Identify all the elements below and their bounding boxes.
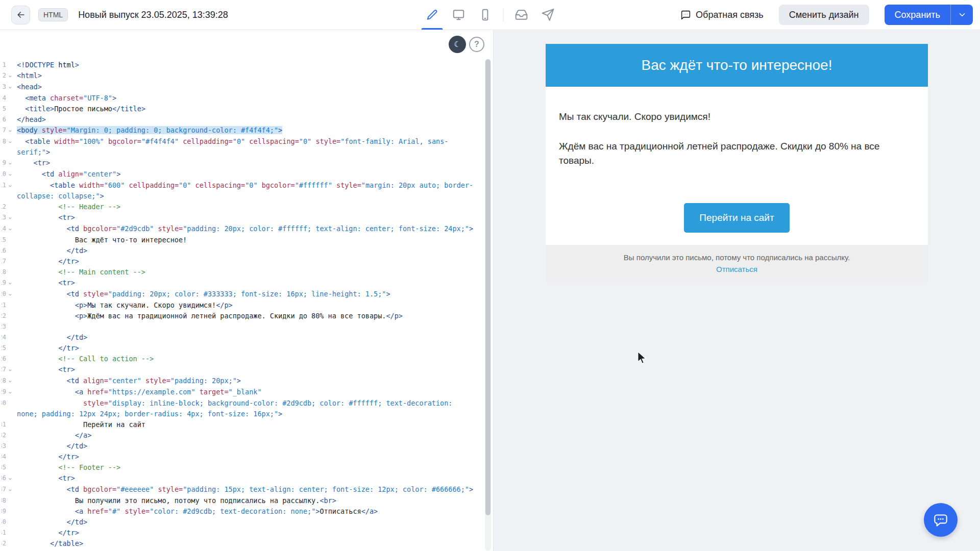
code-line[interactable]: 37› <td bgcolor="#eeeeee" style="padding… (0, 484, 475, 495)
code-line[interactable]: 16 </td> (0, 245, 475, 256)
code-line[interactable]: 8› <table width="100%" bgcolor="#f4f4f4"… (0, 136, 475, 158)
fold-chevron-icon[interactable]: › (6, 169, 14, 180)
fold-chevron-icon[interactable]: › (6, 278, 14, 289)
code-line[interactable]: 39 <a href="#" style="color: #2d9cdb; te… (0, 506, 475, 517)
unsubscribe-link[interactable]: Отписаться (716, 265, 757, 273)
save-dropdown-button[interactable] (950, 5, 973, 25)
code-line[interactable]: 10› <td align="center"> (0, 169, 475, 180)
code-line[interactable]: 2›<html> (0, 70, 475, 82)
code-line[interactable]: 38 Вы получили это письмо, потому что по… (0, 495, 475, 506)
code-line[interactable]: 36› <tr> (0, 473, 475, 484)
fold-chevron-icon[interactable]: › (6, 125, 14, 136)
mobile-preview-button[interactable] (477, 6, 494, 23)
gutter: 9› (0, 158, 17, 169)
fold-chevron-icon[interactable]: › (6, 473, 14, 484)
code-line[interactable]: 41 </tr> (0, 528, 475, 538)
code-line[interactable]: 35 <!-- Footer --> (0, 462, 475, 473)
code-line[interactable]: 11› <table width="600" cellpadding="0" c… (0, 180, 475, 202)
code-text: <td style="padding: 20px; color: #333333… (17, 289, 475, 299)
monitor-icon (452, 8, 465, 21)
gutter: 22 (0, 311, 17, 321)
fold-chevron-icon[interactable]: › (6, 484, 14, 495)
code-line[interactable]: 13› <tr> (0, 212, 475, 223)
code-line[interactable]: 42 </table> (0, 538, 475, 549)
code-line[interactable]: 6</head> (0, 114, 475, 125)
code-line[interactable]: 31 Перейти на сайт (0, 419, 475, 430)
code-text: Вы получили это письмо, потому что подпи… (17, 495, 475, 506)
fold-spacer (6, 343, 14, 354)
edit-mode-button[interactable] (424, 6, 441, 23)
code-line[interactable]: 43 </td> (0, 549, 475, 551)
fold-spacer (6, 495, 14, 506)
code-line[interactable]: 14› <td bgcolor="#2d9cdb" style="padding… (0, 223, 475, 235)
back-button[interactable] (11, 6, 30, 24)
editor-scrollbar[interactable] (485, 59, 491, 551)
code-line[interactable]: 33 </td> (0, 441, 475, 452)
code-line[interactable]: 32 </a> (0, 430, 475, 441)
gutter: 36› (0, 473, 17, 484)
fold-chevron-icon[interactable]: › (6, 364, 14, 375)
code-text: <html> (17, 70, 475, 81)
code-line[interactable]: 28› <td align="center" style="padding: 2… (0, 375, 475, 387)
line-number: 4 (2, 93, 6, 104)
code-editor[interactable]: 1<!DOCTYPE html>2›<html>3›<head>4 <meta … (0, 60, 475, 551)
code-line[interactable]: 23 (0, 321, 475, 332)
fold-chevron-icon[interactable]: › (6, 375, 14, 387)
fold-spacer (6, 430, 14, 441)
code-line[interactable]: 27› <tr> (0, 364, 475, 375)
fold-chevron-icon[interactable]: › (6, 158, 14, 169)
code-line[interactable]: 19› <tr> (0, 278, 475, 289)
fold-spacer (6, 452, 14, 462)
line-number: 38 (2, 495, 6, 506)
smartphone-icon (479, 8, 492, 21)
code-line[interactable]: 4 <meta charset="UTF-8"> (0, 93, 475, 104)
code-text: <tr> (17, 364, 475, 375)
code-line[interactable]: 9› <tr> (0, 158, 475, 169)
code-text: </tr> (17, 528, 475, 538)
code-line[interactable]: 25 </tr> (0, 343, 475, 354)
code-line[interactable]: 12 <!-- Header --> (0, 202, 475, 212)
cta-button[interactable]: Перейти на сайт (684, 203, 789, 233)
code-line[interactable]: 34 </tr> (0, 452, 475, 462)
fold-chevron-icon[interactable]: › (6, 212, 14, 223)
code-line[interactable]: 40 </td> (0, 517, 475, 528)
line-number: 22 (2, 311, 6, 321)
code-line[interactable]: 29› <a href="https://example.com" target… (0, 387, 475, 398)
line-number: 35 (2, 462, 6, 473)
code-text: </tr> (17, 452, 475, 462)
fold-chevron-icon[interactable]: › (6, 82, 14, 93)
fold-chevron-icon[interactable]: › (6, 387, 14, 398)
chat-fab-button[interactable] (924, 503, 958, 537)
feedback-button[interactable]: Обратная связь (680, 10, 764, 20)
fold-chevron-icon[interactable]: › (6, 223, 14, 235)
line-number: 25 (2, 343, 6, 354)
gutter: 37› (0, 484, 17, 495)
scrollbar-thumb[interactable] (485, 59, 491, 515)
fold-chevron-icon[interactable]: › (6, 289, 14, 300)
code-line[interactable]: 30 style="display: inline-block; backgro… (0, 398, 475, 419)
code-line[interactable]: 21 <p>Мы так скучали. Скоро увидимся!</p… (0, 300, 475, 311)
fold-chevron-icon[interactable]: › (6, 180, 14, 191)
send-test-button[interactable] (540, 6, 557, 23)
code-line[interactable]: 3›<head> (0, 82, 475, 93)
code-line[interactable]: 5 <title>Простое письмо</title> (0, 104, 475, 114)
code-line[interactable]: 20› <td style="padding: 20px; color: #33… (0, 289, 475, 300)
fold-chevron-icon[interactable]: › (6, 70, 14, 82)
code-line[interactable]: 18 <!-- Main content --> (0, 267, 475, 278)
code-line[interactable]: 26 <!-- Call to action --> (0, 354, 475, 364)
help-button[interactable]: ? (469, 37, 484, 52)
email-preview-pane: Вас ждёт что-то интересное! Мы так скуча… (494, 30, 980, 551)
inbox-preview-button[interactable] (513, 6, 530, 23)
code-line[interactable]: 17 </tr> (0, 256, 475, 267)
code-line[interactable]: 22 <p>Ждём вас на традиционной летней ра… (0, 311, 475, 321)
gutter: 31 (0, 419, 17, 430)
change-design-button[interactable]: Сменить дизайн (779, 5, 869, 25)
save-button[interactable]: Сохранить (885, 5, 950, 25)
desktop-preview-button[interactable] (450, 6, 468, 23)
fold-chevron-icon[interactable]: › (6, 136, 14, 147)
code-line[interactable]: 7›<body style="Margin: 0; padding: 0; ba… (0, 125, 475, 136)
dark-mode-toggle[interactable]: ☾ (449, 36, 466, 53)
code-line[interactable]: 24 </td> (0, 332, 475, 343)
code-line[interactable]: 1<!DOCTYPE html> (0, 60, 475, 70)
code-line[interactable]: 15 Вас ждёт что-то интересное! (0, 235, 475, 245)
